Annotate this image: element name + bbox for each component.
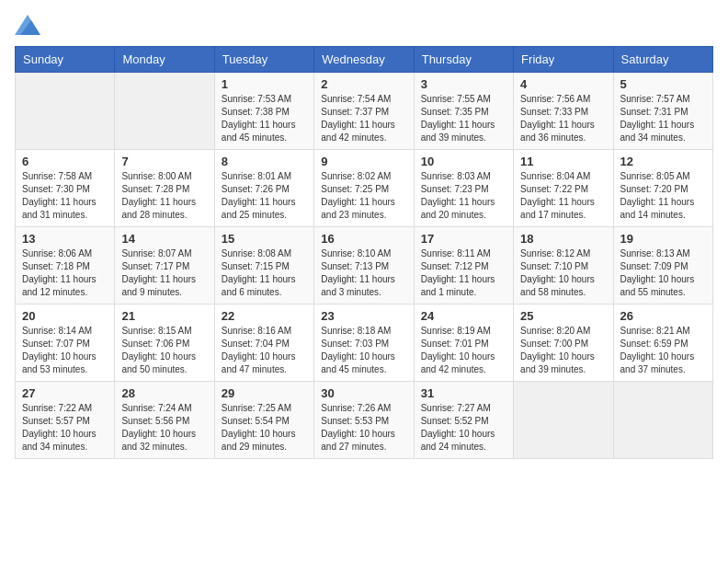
calendar-day-cell: 31Sunrise: 7:27 AM Sunset: 5:52 PM Dayli…: [414, 382, 513, 459]
day-info: Sunrise: 8:13 AM Sunset: 7:09 PM Dayligh…: [620, 247, 706, 299]
day-number: 15: [222, 232, 307, 246]
weekday-header-friday: Friday: [514, 47, 613, 73]
day-number: 12: [620, 155, 706, 168]
calendar-week-row: 27Sunrise: 7:22 AM Sunset: 5:57 PM Dayli…: [16, 382, 713, 459]
day-number: 18: [520, 232, 606, 246]
day-info: Sunrise: 8:08 AM Sunset: 7:15 PM Dayligh…: [222, 247, 307, 299]
calendar-day-cell: 23Sunrise: 8:18 AM Sunset: 7:03 PM Dayli…: [314, 304, 414, 382]
day-info: Sunrise: 7:57 AM Sunset: 7:31 PM Dayligh…: [620, 93, 706, 144]
day-number: 29: [222, 386, 307, 400]
day-info: Sunrise: 7:54 AM Sunset: 7:37 PM Dayligh…: [321, 93, 406, 144]
day-number: 25: [520, 309, 606, 323]
day-number: 23: [321, 309, 406, 323]
calendar-day-cell: 13Sunrise: 8:06 AM Sunset: 7:18 PM Dayli…: [16, 227, 115, 304]
calendar-day-cell: [115, 73, 214, 150]
weekday-header-saturday: Saturday: [613, 47, 712, 73]
weekday-header-wednesday: Wednesday: [314, 47, 414, 73]
day-number: 28: [121, 386, 207, 400]
weekday-header-sunday: Sunday: [16, 47, 115, 73]
day-number: 16: [321, 232, 406, 246]
day-info: Sunrise: 7:56 AM Sunset: 7:33 PM Dayligh…: [520, 93, 606, 144]
day-info: Sunrise: 8:06 AM Sunset: 7:18 PM Dayligh…: [22, 247, 108, 299]
day-info: Sunrise: 8:21 AM Sunset: 6:59 PM Dayligh…: [620, 325, 706, 376]
weekday-header-monday: Monday: [115, 47, 214, 73]
day-number: 7: [121, 155, 207, 168]
calendar-day-cell: 28Sunrise: 7:24 AM Sunset: 5:56 PM Dayli…: [115, 382, 214, 459]
calendar-week-row: 13Sunrise: 8:06 AM Sunset: 7:18 PM Dayli…: [16, 227, 713, 304]
day-info: Sunrise: 7:25 AM Sunset: 5:54 PM Dayligh…: [222, 402, 307, 454]
calendar-day-cell: 1Sunrise: 7:53 AM Sunset: 7:38 PM Daylig…: [214, 73, 313, 150]
calendar-day-cell: 21Sunrise: 8:15 AM Sunset: 7:06 PM Dayli…: [115, 304, 214, 382]
calendar-week-row: 6Sunrise: 7:58 AM Sunset: 7:30 PM Daylig…: [16, 150, 713, 227]
calendar-day-cell: 12Sunrise: 8:05 AM Sunset: 7:20 PM Dayli…: [613, 150, 712, 227]
day-number: 8: [222, 155, 307, 168]
calendar-day-cell: 3Sunrise: 7:55 AM Sunset: 7:35 PM Daylig…: [414, 73, 513, 150]
calendar-day-cell: 15Sunrise: 8:08 AM Sunset: 7:15 PM Dayli…: [214, 227, 313, 304]
day-number: 11: [520, 155, 606, 168]
day-info: Sunrise: 8:16 AM Sunset: 7:04 PM Dayligh…: [222, 325, 307, 376]
day-info: Sunrise: 8:01 AM Sunset: 7:26 PM Dayligh…: [222, 170, 307, 222]
calendar-day-cell: 24Sunrise: 8:19 AM Sunset: 7:01 PM Dayli…: [414, 304, 513, 382]
weekday-header-row: SundayMondayTuesdayWednesdayThursdayFrid…: [16, 47, 713, 73]
calendar-day-cell: 19Sunrise: 8:13 AM Sunset: 7:09 PM Dayli…: [613, 227, 712, 304]
calendar-day-cell: 8Sunrise: 8:01 AM Sunset: 7:26 PM Daylig…: [214, 150, 313, 227]
day-number: 4: [520, 77, 606, 91]
day-number: 27: [22, 386, 108, 400]
day-info: Sunrise: 8:02 AM Sunset: 7:25 PM Dayligh…: [321, 170, 406, 222]
calendar-day-cell: 6Sunrise: 7:58 AM Sunset: 7:30 PM Daylig…: [16, 150, 115, 227]
page-header: [15, 15, 713, 35]
calendar-day-cell: 16Sunrise: 8:10 AM Sunset: 7:13 PM Dayli…: [314, 227, 414, 304]
calendar-day-cell: 7Sunrise: 8:00 AM Sunset: 7:28 PM Daylig…: [115, 150, 214, 227]
day-number: 6: [22, 155, 108, 168]
calendar-day-cell: 22Sunrise: 8:16 AM Sunset: 7:04 PM Dayli…: [214, 304, 313, 382]
day-number: 17: [421, 232, 506, 246]
logo: [15, 15, 44, 35]
day-info: Sunrise: 8:14 AM Sunset: 7:07 PM Dayligh…: [22, 325, 108, 376]
calendar-week-row: 1Sunrise: 7:53 AM Sunset: 7:38 PM Daylig…: [16, 73, 713, 150]
calendar-day-cell: 10Sunrise: 8:03 AM Sunset: 7:23 PM Dayli…: [414, 150, 513, 227]
day-info: Sunrise: 8:00 AM Sunset: 7:28 PM Dayligh…: [121, 170, 207, 222]
calendar-day-cell: 11Sunrise: 8:04 AM Sunset: 7:22 PM Dayli…: [514, 150, 613, 227]
calendar-day-cell: 18Sunrise: 8:12 AM Sunset: 7:10 PM Dayli…: [514, 227, 613, 304]
day-number: 24: [421, 309, 506, 323]
day-info: Sunrise: 8:07 AM Sunset: 7:17 PM Dayligh…: [121, 247, 207, 299]
calendar-day-cell: 2Sunrise: 7:54 AM Sunset: 7:37 PM Daylig…: [314, 73, 414, 150]
calendar-day-cell: 29Sunrise: 7:25 AM Sunset: 5:54 PM Dayli…: [214, 382, 313, 459]
calendar-day-cell: [514, 382, 613, 459]
day-number: 5: [620, 77, 706, 91]
day-number: 21: [121, 309, 207, 323]
day-number: 22: [222, 309, 307, 323]
calendar-day-cell: 27Sunrise: 7:22 AM Sunset: 5:57 PM Dayli…: [16, 382, 115, 459]
day-number: 26: [620, 309, 706, 323]
calendar-day-cell: [16, 73, 115, 150]
calendar-day-cell: 5Sunrise: 7:57 AM Sunset: 7:31 PM Daylig…: [613, 73, 712, 150]
calendar-day-cell: 25Sunrise: 8:20 AM Sunset: 7:00 PM Dayli…: [514, 304, 613, 382]
calendar-week-row: 20Sunrise: 8:14 AM Sunset: 7:07 PM Dayli…: [16, 304, 713, 382]
day-info: Sunrise: 7:26 AM Sunset: 5:53 PM Dayligh…: [321, 402, 406, 454]
day-number: 30: [321, 386, 406, 400]
day-info: Sunrise: 7:58 AM Sunset: 7:30 PM Dayligh…: [22, 170, 108, 222]
day-info: Sunrise: 8:15 AM Sunset: 7:06 PM Dayligh…: [121, 325, 207, 376]
calendar-table: SundayMondayTuesdayWednesdayThursdayFrid…: [15, 46, 713, 459]
day-number: 2: [321, 77, 406, 91]
calendar-day-cell: 4Sunrise: 7:56 AM Sunset: 7:33 PM Daylig…: [514, 73, 613, 150]
day-number: 10: [421, 155, 506, 168]
calendar-day-cell: 20Sunrise: 8:14 AM Sunset: 7:07 PM Dayli…: [16, 304, 115, 382]
calendar-day-cell: 26Sunrise: 8:21 AM Sunset: 6:59 PM Dayli…: [613, 304, 712, 382]
day-info: Sunrise: 8:11 AM Sunset: 7:12 PM Dayligh…: [421, 247, 506, 299]
day-info: Sunrise: 7:27 AM Sunset: 5:52 PM Dayligh…: [421, 402, 506, 454]
calendar-day-cell: 17Sunrise: 8:11 AM Sunset: 7:12 PM Dayli…: [414, 227, 513, 304]
day-info: Sunrise: 7:22 AM Sunset: 5:57 PM Dayligh…: [22, 402, 108, 454]
calendar-day-cell: 14Sunrise: 8:07 AM Sunset: 7:17 PM Dayli…: [115, 227, 214, 304]
day-info: Sunrise: 8:19 AM Sunset: 7:01 PM Dayligh…: [421, 325, 506, 376]
day-info: Sunrise: 8:20 AM Sunset: 7:00 PM Dayligh…: [520, 325, 606, 376]
day-info: Sunrise: 7:55 AM Sunset: 7:35 PM Dayligh…: [421, 93, 506, 144]
day-info: Sunrise: 8:04 AM Sunset: 7:22 PM Dayligh…: [520, 170, 606, 222]
calendar-day-cell: 30Sunrise: 7:26 AM Sunset: 5:53 PM Dayli…: [314, 382, 414, 459]
day-info: Sunrise: 8:18 AM Sunset: 7:03 PM Dayligh…: [321, 325, 406, 376]
day-number: 9: [321, 155, 406, 168]
day-info: Sunrise: 8:03 AM Sunset: 7:23 PM Dayligh…: [421, 170, 506, 222]
weekday-header-tuesday: Tuesday: [214, 47, 313, 73]
day-number: 31: [421, 386, 506, 400]
day-number: 3: [421, 77, 506, 91]
